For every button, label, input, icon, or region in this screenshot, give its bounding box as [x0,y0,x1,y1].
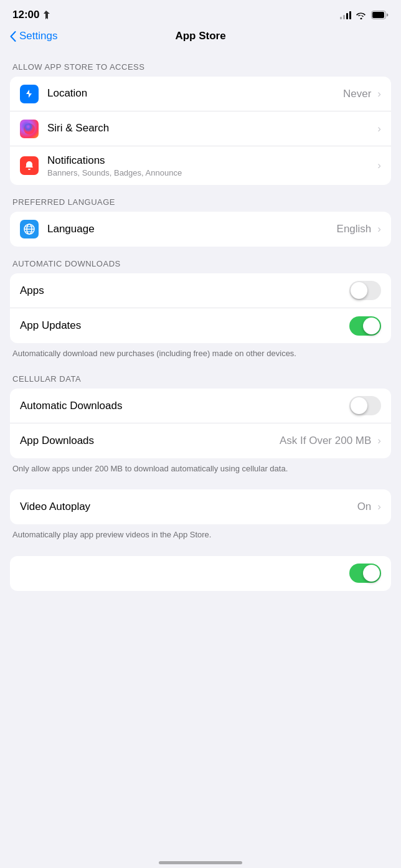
bell-icon [24,160,35,171]
app-downloads-chevron: › [377,435,381,447]
cellular-auto-downloads-row[interactable]: Automatic Downloads [10,389,391,423]
siri-search-title: Siri & Search [47,121,377,135]
video-autoplay-section: Video Autoplay On › Automatically play a… [0,489,401,543]
siri-search-right: › [377,123,381,135]
section-label-cellular: CELLULAR DATA [0,362,401,389]
app-updates-toggle[interactable] [349,316,381,336]
video-autoplay-row[interactable]: Video Autoplay On › [10,489,391,524]
language-row[interactable]: Language English › [10,212,391,247]
apps-content: Apps [20,284,349,298]
video-autoplay-title: Video Autoplay [20,500,357,514]
video-autoplay-chevron: › [377,501,381,513]
video-autoplay-content: Video Autoplay [20,500,357,514]
location-arrow-icon [24,89,34,99]
language-chevron: › [377,223,381,235]
svg-point-2 [24,123,35,134]
bottom-partial-section [0,556,401,591]
apps-toggle-thumb [351,282,367,299]
page-title: App Store [175,30,225,42]
nav-bar: Settings App Store [0,25,401,50]
app-updates-row[interactable]: App Updates [10,308,391,343]
section-label-auto-downloads: AUTOMATIC DOWNLOADS [0,247,401,273]
notifications-subtitle: Banners, Sounds, Badges, Announce [47,168,377,177]
bottom-spacer [0,591,401,628]
cellular-auto-downloads-thumb [351,397,367,414]
notifications-title: Notifications [47,154,377,167]
cellular-auto-downloads-content: Automatic Downloads [20,399,349,413]
notifications-right: › [377,159,381,172]
language-title: Language [47,222,337,236]
section-label-language: PREFERRED LANGUAGE [0,185,401,212]
cellular-data-group: Automatic Downloads App Downloads Ask If… [10,389,391,458]
back-label: Settings [19,30,57,42]
app-downloads-content: App Downloads [20,434,280,448]
apps-title: Apps [20,284,349,298]
notifications-content: Notifications Banners, Sounds, Badges, A… [47,154,377,177]
globe-icon [23,223,35,235]
location-active-icon [42,11,50,19]
wifi-icon [356,11,367,19]
app-updates-toggle-thumb [363,318,380,334]
location-chevron: › [377,88,381,100]
status-time: 12:00 [12,9,50,21]
globe-icon-bg [20,220,39,238]
auto-downloads-description: Automatically download new purchases (in… [0,343,401,362]
app-downloads-title: App Downloads [20,434,280,448]
app-downloads-value: Ask If Over 200 MB [280,435,371,447]
location-content: Location [47,87,343,100]
auto-downloads-group: Apps App Updates [10,273,391,343]
app-updates-content: App Updates [20,319,349,333]
cellular-auto-downloads-title: Automatic Downloads [20,399,349,413]
svg-rect-1 [372,12,384,18]
language-group: Language English › [10,212,391,247]
apps-toggle[interactable] [349,281,381,300]
signal-icon [340,11,351,19]
language-value: English [337,223,372,235]
app-downloads-row[interactable]: App Downloads Ask If Over 200 MB › [10,423,391,458]
video-autoplay-description: Automatically play app preview videos in… [0,524,401,543]
language-content: Language [47,222,337,236]
bottom-toggle[interactable] [349,564,381,583]
siri-search-chevron: › [377,123,381,135]
home-bar [159,861,242,864]
siri-search-content: Siri & Search [47,121,377,135]
notifications-chevron: › [377,159,381,172]
location-value: Never [343,88,371,100]
chevron-left-icon [10,31,16,42]
bottom-partial-row [10,556,391,591]
bottom-toggle-thumb [363,565,380,582]
video-autoplay-right: On › [357,501,381,513]
cellular-description: Only allow apps under 200 MB to download… [0,458,401,477]
location-icon-bg [20,85,39,103]
notifications-row[interactable]: Notifications Banners, Sounds, Badges, A… [10,146,391,185]
section-label-allow-access: ALLOW APP STORE TO ACCESS [0,50,401,77]
location-row[interactable]: Location Never › [10,77,391,111]
back-button[interactable]: Settings [10,30,57,42]
app-downloads-right: Ask If Over 200 MB › [280,435,381,447]
video-autoplay-group: Video Autoplay On › [10,489,391,524]
siri-search-row[interactable]: Siri & Search › [10,111,391,146]
notifications-icon-bg [20,156,39,175]
status-bar: 12:00 [0,0,401,25]
language-right: English › [337,223,381,235]
battery-icon [371,11,389,19]
apps-row[interactable]: Apps [10,273,391,308]
bottom-partial-toggle [349,564,381,583]
home-indicator [0,856,401,868]
allow-access-group: Location Never › [10,77,391,185]
time-label: 12:00 [12,9,39,21]
status-right [340,11,389,19]
siri-graphic [24,123,35,134]
siri-icon-bg [20,120,39,138]
location-right: Never › [343,88,381,100]
siri-icon [20,120,39,138]
cellular-auto-downloads-toggle[interactable] [349,396,381,415]
location-title: Location [47,87,343,100]
video-autoplay-value: On [357,501,372,513]
app-updates-title: App Updates [20,319,349,333]
